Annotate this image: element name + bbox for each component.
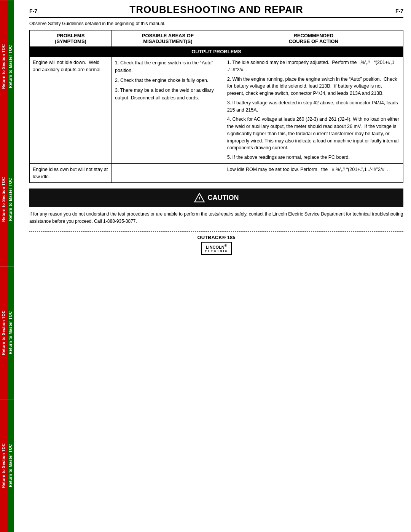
page-number-right: F-7 <box>395 8 403 14</box>
caution-box: ! CAUTION <box>29 189 403 207</box>
product-name: OUTBACK® 185 <box>29 235 403 240</box>
section-toc-tab-3[interactable]: Return to Section TOC <box>0 266 7 399</box>
col-header-recommended: RECOMMENDEDCOURSE OF ACTION <box>224 30 403 47</box>
recommended-1: 1. The idle solenoid may be improperly a… <box>224 57 403 164</box>
svg-text:!: ! <box>198 196 200 201</box>
table-row-1: Engine will not idle down. Weld and auxi… <box>30 57 403 164</box>
registered-mark: ® <box>222 235 226 240</box>
section-toc-tab-2[interactable]: Return to Section TOC <box>0 133 7 266</box>
caution-label: CAUTION <box>208 194 239 202</box>
page-header: F-7 TROUBLESHOOTING AND REPAIR F-7 <box>29 4 403 18</box>
page-footer: OUTBACK® 185 LINCOLN® ELECTRIC <box>29 231 403 255</box>
problem-1: Engine will not idle down. Weld and auxi… <box>30 57 112 164</box>
safety-note: Observe Safety Guidelines detailed in th… <box>29 21 403 26</box>
section-header-cell: OUTPUT PROBLEMS <box>30 47 403 57</box>
caution-triangle-icon: ! <box>194 192 205 203</box>
col-header-misadjustments: POSSIBLE AREAS OFMISADJUSTMENT(S) <box>112 30 224 47</box>
misadjustment-2 <box>112 163 224 183</box>
troubleshooting-table: PROBLEMS(SYMPTOMS) POSSIBLE AREAS OFMISA… <box>29 30 403 183</box>
section-toc-tab-4[interactable]: Return to Section TOC <box>0 399 7 532</box>
master-toc-tab-3[interactable]: Return to Master TOC <box>7 266 14 399</box>
master-toc-tab-1[interactable]: Return to Master TOC <box>7 0 14 133</box>
electric-brand: ELECTRIC <box>205 249 228 253</box>
table-row-2: Engine idles own but will not stay at lo… <box>30 163 403 183</box>
lincoln-brand: LINCOLN® <box>205 244 228 249</box>
master-toc-tab-4[interactable]: Return to Master TOC <box>7 399 14 532</box>
lincoln-electric-logo: LINCOLN® ELECTRIC <box>201 242 232 255</box>
master-toc-tab-2[interactable]: Return to Master TOC <box>7 133 14 266</box>
section-toc-tab-1[interactable]: Return to Section TOC <box>0 0 7 133</box>
problem-2: Engine idles own but will not stay at lo… <box>30 163 112 183</box>
caution-text: If for any reason you do not understand … <box>29 211 403 225</box>
recommended-2: Low idle ROM may be set too low. Perform… <box>224 163 403 183</box>
misadjustment-1: 1. Check that the engine switch is in th… <box>112 57 224 164</box>
col-header-problems: PROBLEMS(SYMPTOMS) <box>30 30 112 47</box>
output-problems-section-header: OUTPUT PROBLEMS <box>30 47 403 57</box>
page-title: TROUBLESHOOTING AND REPAIR <box>37 4 395 16</box>
page-number-left: F-7 <box>29 8 37 14</box>
